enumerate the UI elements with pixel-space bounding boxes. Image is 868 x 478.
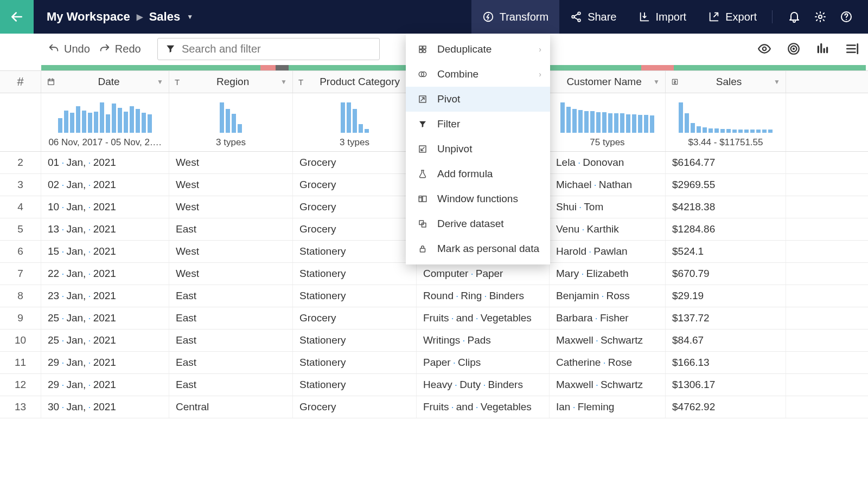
chevron-down-icon[interactable]: ▼	[774, 78, 780, 86]
cell-sales[interactable]: $29.19	[666, 285, 786, 307]
chevron-down-icon[interactable]: ▼	[653, 78, 660, 86]
cell-category[interactable]: Grocery	[293, 218, 417, 240]
export-button[interactable]: Export	[697, 0, 768, 34]
cell-date[interactable]: 29·Jan,·2021	[41, 374, 169, 396]
cell-customer[interactable]: Mary·Elizabeth	[550, 263, 666, 285]
target-icon[interactable]	[787, 42, 801, 56]
cell-region[interactable]: East	[169, 352, 293, 373]
cell-customer[interactable]: Catherine·Rose	[550, 352, 666, 373]
dd-pivot[interactable]: Pivot	[406, 87, 550, 112]
cell-customer[interactable]: Maxwell·Schwartz	[550, 374, 666, 396]
cell-sales[interactable]: $6164.77	[666, 152, 786, 173]
cell-customer[interactable]: Benjamin·Ross	[550, 285, 666, 307]
cell-region[interactable]: West	[169, 241, 293, 262]
cell-region[interactable]: West	[169, 263, 293, 285]
cell-category[interactable]: Stationery	[293, 352, 417, 373]
dd-add-formula[interactable]: Add formula	[406, 162, 550, 186]
cell-date[interactable]: 30·Jan,·2021	[41, 396, 169, 418]
col-date[interactable]: Date ▼	[41, 71, 169, 93]
cell-sales[interactable]: $84.67	[666, 330, 786, 351]
col-sales[interactable]: Sales ▼	[666, 71, 786, 93]
search-input[interactable]	[182, 43, 372, 55]
table-row[interactable]: 1129·Jan,·2021EastStationeryPaper·ClipsC…	[0, 352, 868, 374]
dd-derive-dataset[interactable]: Derive dataset	[406, 211, 550, 236]
back-button[interactable]	[0, 0, 34, 34]
cell-region[interactable]: East	[169, 374, 293, 396]
cell-sales[interactable]: $4762.92	[666, 396, 786, 418]
cell-sales[interactable]: $2969.55	[666, 174, 786, 196]
cell-category[interactable]: Stationery	[293, 241, 417, 262]
cell-category[interactable]: Grocery	[293, 174, 417, 196]
dd-combine[interactable]: Combine ›	[406, 62, 550, 87]
cell-region[interactable]: East	[169, 330, 293, 351]
cell-category[interactable]: Stationery	[293, 330, 417, 351]
cell-category[interactable]: Grocery	[293, 196, 417, 218]
cell-sales[interactable]: $1284.86	[666, 218, 786, 240]
dd-unpivot[interactable]: Unpivot	[406, 137, 550, 162]
eye-icon[interactable]	[757, 42, 771, 56]
transform-button[interactable]: Transform	[471, 0, 559, 34]
dd-window-functions[interactable]: Window functions	[406, 186, 550, 211]
cell-sales[interactable]: $1306.17	[666, 374, 786, 396]
cell-region[interactable]: Central	[169, 396, 293, 418]
panel-icon[interactable]	[845, 42, 859, 56]
table-row[interactable]: 823·Jan,·2021EastStationeryRound·Ring·Bi…	[0, 285, 868, 307]
table-row[interactable]: 1025·Jan,·2021EastStationeryWritings·Pad…	[0, 330, 868, 352]
cell-region[interactable]: West	[169, 174, 293, 196]
cell-date[interactable]: 15·Jan,·2021	[41, 241, 169, 262]
cell-customer[interactable]: Venu·Karthik	[550, 218, 666, 240]
dd-deduplicate[interactable]: Deduplicate ›	[406, 37, 550, 62]
cell-customer[interactable]: Michael·Nathan	[550, 174, 666, 196]
cell-category[interactable]: Stationery	[293, 374, 417, 396]
import-button[interactable]: Import	[628, 0, 698, 34]
cell-date[interactable]: 01·Jan,·2021	[41, 152, 169, 173]
cell-sales[interactable]: $524.1	[666, 241, 786, 262]
cell-category[interactable]: Stationery	[293, 263, 417, 285]
col-region[interactable]: T Region ▼	[169, 71, 293, 93]
help-icon[interactable]	[840, 10, 853, 23]
cell-sales[interactable]: $137.72	[666, 307, 786, 329]
cell-region[interactable]: East	[169, 285, 293, 307]
cell-product[interactable]: Round·Ring·Binders	[417, 285, 550, 307]
chart-icon[interactable]	[816, 42, 830, 56]
cell-date[interactable]: 02·Jan,·2021	[41, 174, 169, 196]
table-row[interactable]: 722·Jan,·2021WestStationeryComputer·Pape…	[0, 263, 868, 285]
cell-date[interactable]: 22·Jan,·2021	[41, 263, 169, 285]
cell-sales[interactable]: $670.79	[666, 263, 786, 285]
cell-product[interactable]: Fruits·and·Vegetables	[417, 307, 550, 329]
cell-product[interactable]: Computer·Paper	[417, 263, 550, 285]
cell-date[interactable]: 29·Jan,·2021	[41, 352, 169, 373]
cell-product[interactable]: Fruits·and·Vegetables	[417, 396, 550, 418]
undo-button[interactable]: Undo	[48, 43, 90, 55]
cell-customer[interactable]: Barbara·Fisher	[550, 307, 666, 329]
chevron-down-icon[interactable]: ▼	[157, 78, 163, 86]
cell-customer[interactable]: Lela·Donovan	[550, 152, 666, 173]
cell-region[interactable]: East	[169, 307, 293, 329]
cell-date[interactable]: 25·Jan,·2021	[41, 307, 169, 329]
chevron-down-icon[interactable]: ▼	[280, 78, 287, 86]
cell-date[interactable]: 10·Jan,·2021	[41, 196, 169, 218]
cell-category[interactable]: Stationery	[293, 285, 417, 307]
cell-category[interactable]: Grocery	[293, 152, 417, 173]
dd-filter[interactable]: Filter	[406, 112, 550, 137]
redo-button[interactable]: Redo	[99, 43, 141, 55]
gear-icon[interactable]	[814, 10, 827, 23]
cell-customer[interactable]: Harold·Pawlan	[550, 241, 666, 262]
search-box[interactable]	[157, 38, 380, 60]
cell-product[interactable]: Paper·Clips	[417, 352, 550, 373]
breadcrumb-page[interactable]: Sales	[149, 10, 181, 24]
cell-customer[interactable]: Maxwell·Schwartz	[550, 330, 666, 351]
breadcrumb-workspace[interactable]: My Workspace	[47, 10, 130, 24]
cell-category[interactable]: Grocery	[293, 307, 417, 329]
share-button[interactable]: Share	[559, 0, 627, 34]
cell-region[interactable]: East	[169, 218, 293, 240]
cell-product[interactable]: Writings·Pads	[417, 330, 550, 351]
cell-date[interactable]: 13·Jan,·2021	[41, 218, 169, 240]
cell-category[interactable]: Grocery	[293, 396, 417, 418]
col-customer[interactable]: Customer Name ▼	[550, 71, 666, 93]
table-row[interactable]: 925·Jan,·2021EastGroceryFruits·and·Veget…	[0, 307, 868, 330]
cell-sales[interactable]: $166.13	[666, 352, 786, 373]
cell-product[interactable]: Heavy·Duty·Binders	[417, 374, 550, 396]
cell-region[interactable]: West	[169, 152, 293, 173]
bell-icon[interactable]	[788, 10, 801, 23]
